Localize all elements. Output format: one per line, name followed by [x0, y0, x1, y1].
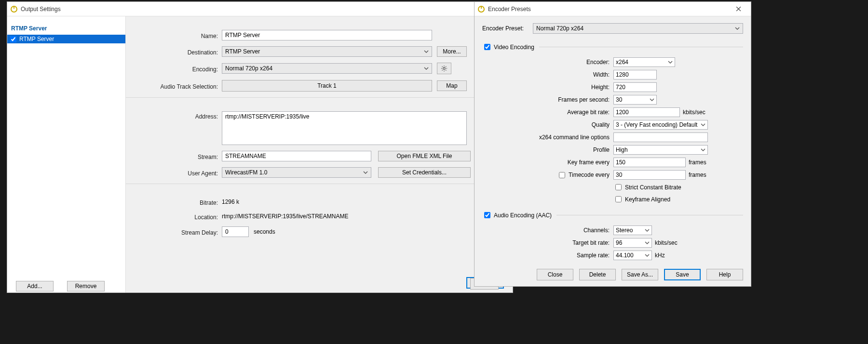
chevron-down-icon	[650, 97, 654, 102]
output-left-pane: RTMP Server RTMP Server Add... Remove	[7, 16, 126, 292]
help-button[interactable]: Help	[706, 269, 743, 280]
encoding-label: Encoding:	[133, 64, 222, 73]
map-button[interactable]: Map	[437, 80, 467, 91]
video-encoding-checkbox[interactable]	[484, 44, 490, 50]
svg-line-9	[442, 70, 443, 70]
close-button[interactable]: Close	[537, 269, 573, 280]
stream-input[interactable]	[222, 151, 371, 161]
sample-rate-select[interactable]: 44.100	[613, 251, 652, 260]
fps-label: Frames per second:	[482, 96, 613, 103]
strict-cbr-checkbox[interactable]	[615, 184, 622, 190]
audio-encoding-label: Audio Encoding (AAC)	[494, 212, 552, 219]
user-agent-value: Wirecast/FM 1.0	[225, 169, 267, 176]
stream-label: Stream:	[133, 152, 222, 160]
target-br-value: 96	[616, 239, 622, 246]
encoding-value: Normal 720p x264	[225, 65, 272, 72]
address-label: Address:	[133, 111, 222, 120]
user-agent-label: User Agent:	[133, 168, 222, 177]
stream-delay-unit: seconds	[254, 228, 275, 235]
output-item-label: RTMP Server	[19, 36, 54, 42]
output-titlebar: Output Settings	[7, 2, 513, 16]
target-br-select[interactable]: 96	[613, 238, 652, 248]
outputs-list: RTMP Server	[7, 34, 125, 278]
output-item-checkbox[interactable]	[10, 36, 16, 42]
keyframe-aligned-label: Keyframe Aligned	[625, 196, 670, 203]
strict-cbr-label: Strict Constant Bitrate	[625, 184, 681, 191]
timecode-checkbox[interactable]	[559, 172, 565, 178]
profile-select[interactable]: High	[613, 145, 708, 155]
encoder-label: Encoder:	[482, 59, 613, 66]
close-window-button[interactable]	[729, 2, 748, 16]
close-icon	[736, 6, 741, 12]
encoder-value: x264	[616, 59, 628, 66]
delete-button[interactable]: Delete	[579, 269, 616, 280]
output-list-item[interactable]: RTMP Server	[7, 35, 125, 43]
open-fmle-button[interactable]: Open FMLE XML File	[378, 151, 471, 161]
width-input[interactable]	[613, 70, 657, 79]
gear-icon	[441, 65, 448, 72]
chevron-down-icon	[363, 170, 368, 175]
keyframe-input[interactable]	[613, 158, 686, 167]
user-agent-select[interactable]: Wirecast/FM 1.0	[222, 167, 371, 178]
more-button[interactable]: More...	[437, 46, 467, 57]
audio-encoding-checkbox[interactable]	[484, 212, 490, 218]
remove-output-button[interactable]: Remove	[67, 281, 105, 291]
output-window-title: Output Settings	[21, 6, 61, 13]
bitrate-label: Bitrate:	[133, 198, 222, 206]
save-button[interactable]: Save	[664, 269, 701, 280]
stream-delay-label: Stream Delay:	[133, 227, 222, 236]
cmdline-input[interactable]	[613, 132, 708, 142]
keyframe-unit: frames	[689, 159, 706, 166]
encoder-preset-value: Normal 720p x264	[536, 25, 583, 32]
set-credentials-button[interactable]: Set Credentials...	[378, 167, 471, 178]
encoder-preset-select[interactable]: Normal 720p x264	[533, 23, 743, 34]
profile-label: Profile	[482, 146, 613, 153]
location-value: rtmp://MISTSERVERIP:1935/live/STREAMNAME	[222, 213, 349, 220]
abr-input[interactable]	[613, 107, 680, 117]
svg-line-8	[446, 70, 446, 70]
chevron-down-icon	[424, 49, 429, 54]
cmdline-label: x264 command line options	[482, 134, 613, 141]
fps-select[interactable]: 30	[613, 95, 657, 105]
sample-rate-label: Sample rate:	[482, 252, 613, 259]
chevron-down-icon	[645, 253, 650, 258]
profile-value: High	[616, 146, 628, 153]
chevron-down-icon	[701, 147, 705, 152]
outputs-heading: RTMP Server	[7, 16, 125, 34]
channels-select[interactable]: Stereo	[613, 225, 652, 235]
add-output-button[interactable]: Add...	[16, 281, 54, 291]
chevron-down-icon	[735, 26, 740, 31]
save-as-button[interactable]: Save As...	[622, 269, 658, 280]
channels-value: Stereo	[616, 227, 633, 234]
chevron-down-icon	[645, 240, 650, 245]
timecode-input[interactable]	[613, 170, 686, 180]
output-settings-window: Output Settings RTMP Server RTMP Server …	[7, 1, 513, 293]
destination-label: Destination:	[133, 47, 222, 56]
chevron-down-icon	[701, 122, 705, 127]
encoding-select[interactable]: Normal 720p x264	[222, 63, 432, 74]
channels-label: Channels:	[482, 227, 613, 234]
video-encoding-label: Video Encoding	[494, 44, 534, 51]
destination-value: RTMP Server	[225, 48, 260, 55]
svg-rect-1	[14, 6, 14, 9]
timecode-label: Timecode every	[569, 172, 610, 178]
height-input[interactable]	[613, 82, 657, 92]
address-input[interactable]: rtmp://MISTSERVERIP:1935/live	[222, 111, 467, 145]
name-label: Name:	[133, 31, 222, 40]
name-input[interactable]	[222, 30, 432, 40]
encoding-gear-button[interactable]	[437, 63, 451, 74]
width-label: Width:	[482, 71, 613, 78]
svg-line-7	[442, 66, 443, 67]
encoder-preset-label: Encoder Preset:	[482, 25, 528, 32]
keyframe-label: Key frame every	[482, 159, 613, 166]
target-br-unit: kbits/sec	[655, 239, 678, 246]
stream-delay-input[interactable]	[222, 226, 249, 237]
encoder-select[interactable]: x264	[613, 57, 675, 67]
keyframe-aligned-checkbox[interactable]	[615, 196, 622, 202]
quality-select[interactable]: 3 - (Very Fast encoding) Default	[613, 120, 708, 130]
sample-rate-value: 44.100	[616, 252, 634, 259]
svg-rect-12	[481, 6, 482, 9]
bitrate-value: 1296 k	[222, 198, 239, 205]
destination-select[interactable]: RTMP Server	[222, 46, 432, 57]
audio-track-button[interactable]: Track 1	[222, 80, 432, 92]
